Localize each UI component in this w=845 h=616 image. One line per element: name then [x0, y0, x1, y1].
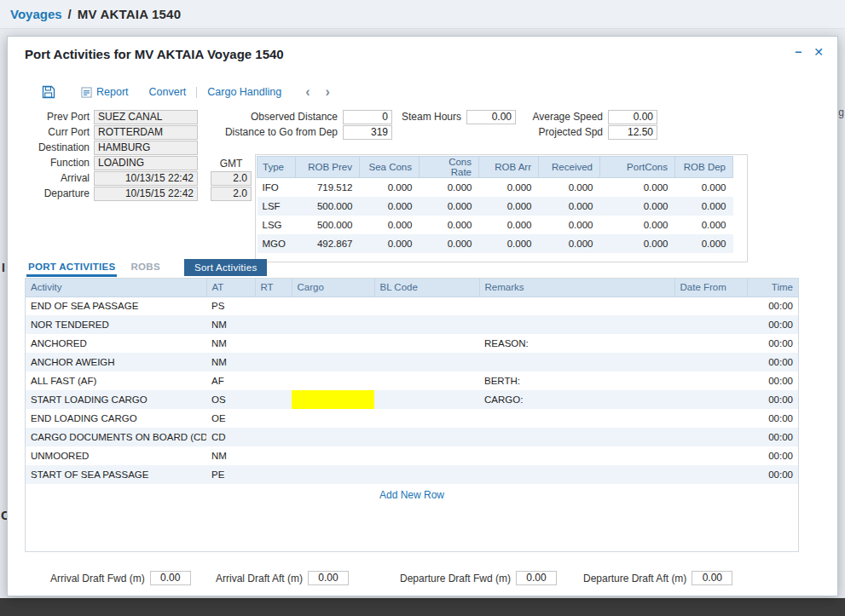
date-from-cell[interactable]: [674, 334, 747, 353]
cargo-cell[interactable]: [292, 353, 374, 371]
rob-value-cell[interactable]: 0.000: [360, 197, 420, 216]
tab-port-activities[interactable]: PORT ACTIVITIES: [26, 259, 117, 277]
rob-value-cell[interactable]: 0.000: [539, 234, 600, 253]
rob-value-cell[interactable]: 0.000: [479, 197, 539, 216]
observed-distance-field[interactable]: 0: [343, 110, 392, 124]
average-speed-field[interactable]: 0.00: [608, 110, 657, 124]
curr-port-field[interactable]: ROTTERDAM: [94, 125, 198, 140]
rt-cell[interactable]: [255, 371, 292, 390]
date-from-cell[interactable]: [674, 428, 747, 446]
cargo-handling-button[interactable]: Cargo Handling: [207, 86, 281, 98]
at-cell[interactable]: CD: [206, 428, 255, 446]
convert-button[interactable]: Convert: [149, 86, 187, 98]
sort-activities-button[interactable]: Sort Activities: [184, 259, 268, 276]
activity-cell[interactable]: END LOADING CARGO: [26, 409, 206, 428]
departure-gmt-field[interactable]: 2.0: [211, 187, 252, 201]
rob-value-cell[interactable]: 0.000: [360, 234, 420, 253]
rt-cell[interactable]: [255, 446, 292, 465]
rob-value-cell[interactable]: 0.000: [539, 178, 600, 197]
rt-cell[interactable]: [255, 353, 292, 371]
time-cell[interactable]: 00:00: [747, 334, 798, 353]
cargo-cell[interactable]: [292, 334, 374, 353]
rob-value-cell[interactable]: 500.000: [296, 216, 360, 234]
departure-draft-aft-field[interactable]: 0.00: [692, 571, 732, 585]
remarks-cell[interactable]: [479, 428, 674, 446]
bl-code-cell[interactable]: [374, 371, 479, 390]
bl-code-cell[interactable]: [374, 465, 479, 484]
arrival-draft-aft-field[interactable]: 0.00: [308, 571, 349, 585]
activity-cell[interactable]: START OF SEA PASSAGE: [26, 465, 206, 484]
prev-port-arrow-icon[interactable]: ‹: [305, 86, 310, 98]
time-cell[interactable]: 00:00: [747, 315, 798, 334]
rob-value-cell[interactable]: 0.000: [360, 178, 420, 197]
save-icon[interactable]: [42, 85, 55, 99]
cargo-cell[interactable]: [292, 409, 374, 428]
time-cell[interactable]: 00:00: [747, 390, 798, 409]
activity-cell[interactable]: NOR TENDERED: [26, 315, 206, 334]
remarks-cell[interactable]: CARGO:: [479, 390, 674, 409]
rob-type-cell[interactable]: LSF: [258, 197, 296, 216]
destination-field[interactable]: HAMBURG: [94, 141, 198, 155]
rob-value-cell[interactable]: 0.000: [420, 197, 479, 216]
time-cell[interactable]: 00:00: [747, 353, 798, 371]
arrival-draft-fwd-field[interactable]: 0.00: [150, 571, 191, 585]
rt-cell[interactable]: [255, 296, 292, 315]
date-from-cell[interactable]: [674, 465, 747, 484]
bl-code-cell[interactable]: [374, 390, 479, 409]
rob-value-cell[interactable]: 0.000: [675, 234, 733, 253]
rob-type-cell[interactable]: IFO: [258, 178, 296, 197]
minimize-icon[interactable]: −: [795, 45, 802, 59]
remarks-cell[interactable]: REASON:: [479, 334, 674, 353]
rob-type-cell[interactable]: MGO: [258, 234, 296, 253]
function-field[interactable]: LOADING: [94, 156, 198, 170]
rob-type-cell[interactable]: LSG: [258, 216, 296, 234]
rt-cell[interactable]: [255, 334, 292, 353]
at-cell[interactable]: OS: [206, 390, 255, 409]
rob-value-cell[interactable]: 0.000: [420, 216, 479, 234]
at-cell[interactable]: PE: [206, 465, 255, 484]
bl-code-cell[interactable]: [374, 409, 479, 428]
tab-robs[interactable]: ROBS: [129, 259, 161, 274]
departure-draft-fwd-field[interactable]: 0.00: [516, 571, 557, 585]
activity-cell[interactable]: CARGO DOCUMENTS ON BOARD (CD): [26, 428, 206, 446]
bl-code-cell[interactable]: [374, 446, 479, 465]
rob-value-cell[interactable]: 0.000: [600, 216, 675, 234]
cargo-cell[interactable]: [292, 296, 374, 315]
cargo-cell[interactable]: [292, 465, 374, 484]
time-cell[interactable]: 00:00: [747, 296, 798, 315]
rob-value-cell[interactable]: 0.000: [600, 234, 675, 253]
time-cell[interactable]: 00:00: [747, 446, 798, 465]
projected-speed-field[interactable]: 12.50: [608, 125, 657, 140]
rt-cell[interactable]: [255, 390, 292, 409]
add-new-row-link[interactable]: Add New Row: [26, 489, 798, 501]
activity-cell[interactable]: ANCHOR AWEIGH: [26, 353, 206, 371]
report-button[interactable]: Report: [81, 86, 129, 98]
at-cell[interactable]: NM: [206, 315, 255, 334]
cargo-cell[interactable]: [292, 428, 374, 446]
remarks-cell[interactable]: [479, 465, 674, 484]
activity-cell[interactable]: UNMOORED: [26, 446, 206, 465]
remarks-cell[interactable]: [479, 446, 674, 465]
date-from-cell[interactable]: [674, 390, 747, 409]
date-from-cell[interactable]: [674, 446, 747, 465]
bl-code-cell[interactable]: [374, 296, 479, 315]
cargo-cell[interactable]: [292, 390, 374, 409]
next-port-arrow-icon[interactable]: ›: [326, 86, 330, 98]
rob-value-cell[interactable]: 0.000: [539, 216, 600, 234]
rob-value-cell[interactable]: 0.000: [360, 216, 420, 234]
rob-value-cell[interactable]: 492.867: [296, 234, 360, 253]
rob-value-cell[interactable]: 0.000: [479, 178, 539, 197]
date-from-cell[interactable]: [674, 409, 747, 428]
rob-value-cell[interactable]: 0.000: [675, 216, 733, 234]
rob-value-cell[interactable]: 0.000: [479, 234, 539, 253]
prev-port-field[interactable]: SUEZ CANAL: [94, 110, 198, 124]
activity-cell[interactable]: START LOADING CARGO: [26, 390, 206, 409]
departure-date-field[interactable]: 10/15/15 22:42: [94, 187, 198, 201]
bl-code-cell[interactable]: [374, 334, 479, 353]
remarks-cell[interactable]: [479, 315, 674, 334]
activity-cell[interactable]: ANCHORED: [26, 334, 206, 353]
rob-value-cell[interactable]: 719.512: [296, 178, 360, 197]
arrival-date-field[interactable]: 10/13/15 22:42: [94, 171, 198, 186]
arrival-gmt-field[interactable]: 2.0: [211, 171, 252, 186]
close-icon[interactable]: ✕: [813, 45, 824, 59]
